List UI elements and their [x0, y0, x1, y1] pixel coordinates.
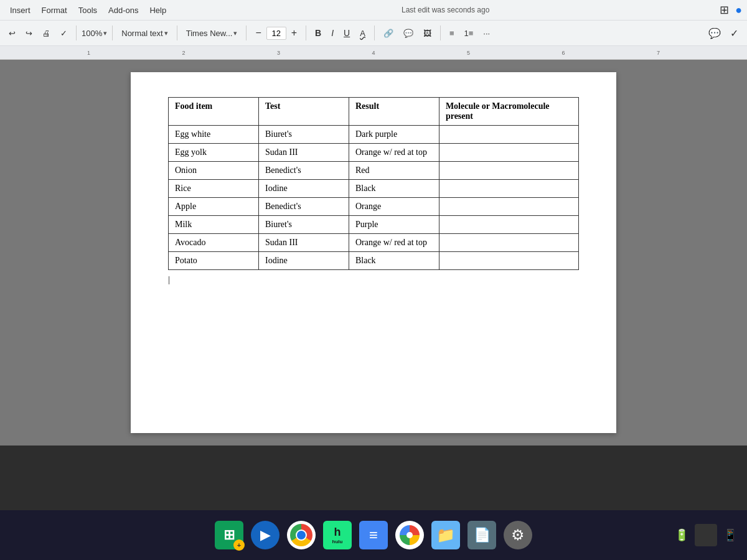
table-cell-5-1[interactable]: Biuret's — [258, 216, 349, 234]
text-style-dropdown[interactable]: Normal text ▾ — [118, 26, 171, 40]
table-cell-2-0[interactable]: Onion — [169, 162, 259, 180]
food-table: Food item Test Result Molecule or Macrom… — [168, 97, 579, 270]
table-cell-0-1[interactable]: Biuret's — [258, 126, 349, 144]
table-row: AvocadoSudan IIIOrange w/ red at top — [169, 234, 579, 252]
table-cell-4-0[interactable]: Apple — [169, 198, 259, 216]
bold-button[interactable]: B — [311, 26, 325, 40]
menu-tools[interactable]: Tools — [73, 3, 102, 17]
table-cell-1-1[interactable]: Sudan III — [258, 144, 349, 162]
chrome-taskbar-icon[interactable] — [287, 521, 316, 549]
table-cell-2-2[interactable]: Red — [349, 162, 439, 180]
table-cell-7-3[interactable] — [439, 252, 578, 270]
print-button[interactable]: 🖨 — [39, 26, 54, 40]
taskbar-right: 🔋 📱 — [675, 524, 737, 546]
separator-3 — [177, 26, 177, 40]
table-row: Egg yolkSudan IIIOrange w/ red at top — [169, 144, 579, 162]
table-cell-3-0[interactable]: Rice — [169, 180, 259, 198]
table-cell-6-3[interactable] — [439, 234, 578, 252]
font-size-increase[interactable]: + — [288, 25, 301, 41]
table-cell-0-3[interactable] — [439, 126, 578, 144]
menu-addons[interactable]: Add-ons — [103, 3, 143, 17]
separator-1 — [76, 26, 77, 40]
ruler-mark-6: 6 — [561, 50, 565, 56]
grid-icon[interactable]: ⊞ — [720, 3, 729, 17]
table-row: OnionBenedict'sRed — [169, 162, 579, 180]
table-cell-4-3[interactable] — [439, 198, 578, 216]
table-cell-1-3[interactable] — [439, 144, 578, 162]
italic-button[interactable]: I — [327, 26, 337, 40]
font-label: Times New... — [186, 29, 233, 38]
more-button[interactable]: ··· — [479, 26, 494, 40]
table-cell-3-3[interactable] — [439, 180, 578, 198]
font-dropdown[interactable]: Times New... ▾ — [182, 26, 242, 40]
svg-point-0 — [406, 532, 413, 538]
zoom-control[interactable]: 100% ▾ — [82, 29, 107, 38]
ruler-mark-1: 1 — [87, 50, 90, 56]
table-cell-3-1[interactable]: Iodine — [258, 180, 349, 198]
link-button[interactable]: 🔗 — [380, 26, 397, 40]
font-size-decrease[interactable]: − — [251, 25, 265, 41]
table-cell-2-1[interactable]: Benedict's — [258, 162, 349, 180]
battery-icon: 🔋 — [675, 528, 688, 542]
comments-sidebar-button[interactable]: 💬 — [705, 25, 725, 42]
sheets-taskbar-icon[interactable]: ⊞ + — [215, 521, 243, 549]
font-size-input[interactable] — [266, 27, 286, 40]
line-spacing-button[interactable]: 1≡ — [460, 26, 477, 40]
comment-button[interactable]: 💬 — [400, 26, 417, 40]
table-cell-1-2[interactable]: Orange w/ red at top — [349, 144, 439, 162]
ruler-mark-7: 7 — [657, 50, 660, 56]
underline-button[interactable]: U — [340, 26, 354, 40]
tablet-icon: 📱 — [723, 528, 737, 542]
avatar-icon[interactable]: ● — [735, 4, 742, 17]
table-cell-6-1[interactable]: Sudan III — [258, 234, 349, 252]
table-cell-7-1[interactable]: Iodine — [258, 252, 349, 270]
zoom-value: 100% — [82, 29, 102, 38]
table-cell-1-0[interactable]: Egg yolk — [169, 144, 259, 162]
table-cell-0-0[interactable]: Egg white — [169, 126, 259, 144]
font-size-area: − + — [251, 25, 301, 41]
menu-format[interactable]: Format — [37, 3, 72, 17]
table-cell-2-3[interactable] — [439, 162, 578, 180]
table-cell-4-1[interactable]: Benedict's — [258, 198, 349, 216]
pinwheel-taskbar-icon[interactable] — [395, 521, 424, 549]
header-result: Result — [349, 98, 439, 126]
table-cell-5-0[interactable]: Milk — [169, 216, 259, 234]
undo-button[interactable]: ↩ — [5, 26, 19, 40]
separator-5 — [306, 26, 306, 40]
strikethrough-button[interactable]: A — [356, 26, 369, 40]
ruler-mark-2: 2 — [182, 50, 185, 56]
separator-4 — [246, 26, 247, 40]
table-cell-0-2[interactable]: Dark purple — [349, 126, 439, 144]
play-store-taskbar-icon[interactable]: ▶ — [251, 521, 280, 549]
document-page[interactable]: Food item Test Result Molecule or Macrom… — [131, 72, 616, 433]
separator-7 — [440, 26, 441, 40]
menu-insert[interactable]: Insert — [5, 3, 35, 17]
text-style-label: Normal text — [121, 29, 162, 38]
table-cell-3-2[interactable]: Black — [349, 180, 439, 198]
spelling-button[interactable]: ✓ — [726, 25, 742, 42]
table-cell-5-3[interactable] — [439, 216, 578, 234]
table-row: MilkBiuret'sPurple — [169, 216, 579, 234]
format-toolbar: ↩ ↪ 🖨 ✓ 100% ▾ Normal text ▾ Times New..… — [0, 20, 747, 46]
table-cell-5-2[interactable]: Purple — [349, 216, 439, 234]
redo-button[interactable]: ↪ — [22, 26, 36, 40]
toolbar-right-icons: 💬 ✓ — [705, 25, 742, 42]
last-edit-text: Last edit was seconds ago — [172, 6, 718, 14]
docs-taskbar-icon[interactable]: ≡ — [359, 521, 388, 549]
table-cell-7-0[interactable]: Potato — [169, 252, 259, 270]
align-left-button[interactable]: ≡ — [446, 26, 458, 40]
font-chevron: ▾ — [233, 29, 237, 37]
table-cell-6-0[interactable]: Avocado — [169, 234, 259, 252]
table-cell-7-2[interactable]: Black — [349, 252, 439, 270]
table-cell-6-2[interactable]: Orange w/ red at top — [349, 234, 439, 252]
menu-help[interactable]: Help — [144, 3, 171, 17]
table-cell-4-2[interactable]: Orange — [349, 198, 439, 216]
image-button[interactable]: 🖼 — [420, 26, 435, 40]
hulu-taskbar-icon[interactable]: h hulu — [323, 521, 352, 549]
spell-check-button[interactable]: ✓ — [57, 26, 71, 40]
table-row: Egg whiteBiuret'sDark purple — [169, 126, 579, 144]
notes-taskbar-icon[interactable]: 📄 — [467, 521, 496, 549]
header-food: Food item — [169, 98, 259, 126]
files-taskbar-icon[interactable]: 📁 — [431, 521, 460, 549]
settings-taskbar-icon[interactable]: ⚙ — [504, 521, 532, 549]
